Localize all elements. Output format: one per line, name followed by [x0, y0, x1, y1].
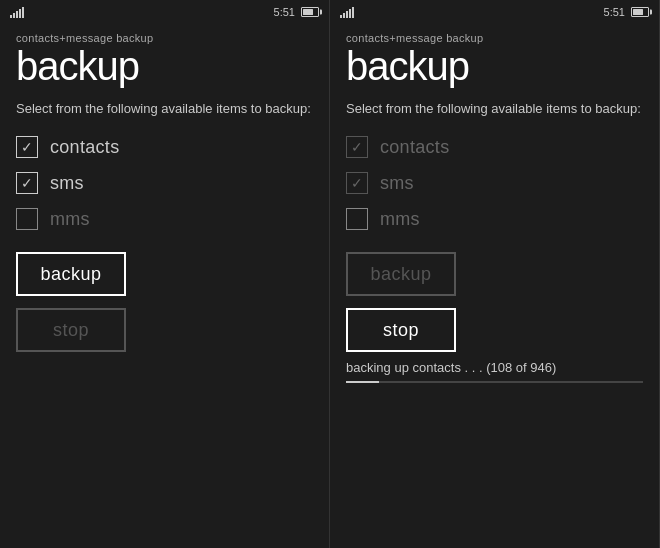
backup-button-1[interactable]: backup [16, 252, 126, 296]
checkbox-item-contacts-1[interactable]: ✓ contacts [16, 136, 313, 158]
signal-icon-1 [10, 6, 24, 18]
progress-bar-fill-2 [346, 381, 379, 383]
status-right-1: 5:51 [274, 6, 319, 18]
checkbox-label-mms-2: mms [380, 209, 420, 230]
checkbox-check-sms-2: ✓ [351, 176, 363, 190]
stop-button-1[interactable]: stop [16, 308, 126, 352]
time-1: 5:51 [274, 6, 295, 18]
checkbox-item-contacts-2[interactable]: ✓ contacts [346, 136, 643, 158]
buttons-section-2: backup stop [346, 252, 643, 352]
checkbox-label-mms-1: mms [50, 209, 90, 230]
checkbox-mms-1[interactable] [16, 208, 38, 230]
progress-bar-container-2 [346, 381, 643, 383]
checkbox-label-contacts-1: contacts [50, 137, 119, 158]
battery-fill-1 [303, 9, 313, 15]
backup-button-2[interactable]: backup [346, 252, 456, 296]
checkbox-label-contacts-2: contacts [380, 137, 449, 158]
checkbox-check-sms-1: ✓ [21, 176, 33, 190]
content-1: contacts+message backup backup Select fr… [0, 24, 329, 548]
battery-icon-2 [631, 7, 649, 17]
status-bar-2: 5:51 [330, 0, 659, 24]
app-subtitle-2: contacts+message backup [346, 32, 643, 44]
status-bar-1: 5:51 [0, 0, 329, 24]
description-1: Select from the following available item… [16, 100, 313, 118]
checkbox-label-sms-1: sms [50, 173, 84, 194]
screen-1: 5:51 contacts+message backup backup Sele… [0, 0, 330, 548]
checkbox-contacts-1[interactable]: ✓ [16, 136, 38, 158]
checkbox-sms-2[interactable]: ✓ [346, 172, 368, 194]
status-right-2: 5:51 [604, 6, 649, 18]
buttons-section-1: backup stop [16, 252, 313, 352]
content-2: contacts+message backup backup Select fr… [330, 24, 659, 548]
checkbox-sms-1[interactable]: ✓ [16, 172, 38, 194]
checkbox-item-mms-1[interactable]: mms [16, 208, 313, 230]
stop-button-2[interactable]: stop [346, 308, 456, 352]
checkbox-check-contacts-2: ✓ [351, 140, 363, 154]
checkbox-item-mms-2[interactable]: mms [346, 208, 643, 230]
screen-2: 5:51 contacts+message backup backup Sele… [330, 0, 660, 548]
status-left-2 [340, 6, 354, 18]
checkbox-check-contacts-1: ✓ [21, 140, 33, 154]
app-title-1: backup [16, 46, 313, 86]
battery-icon-1 [301, 7, 319, 17]
progress-text-2: backing up contacts . . . (108 of 946) [346, 360, 643, 375]
time-2: 5:51 [604, 6, 625, 18]
checkbox-item-sms-2[interactable]: ✓ sms [346, 172, 643, 194]
checkbox-label-sms-2: sms [380, 173, 414, 194]
checkbox-contacts-2[interactable]: ✓ [346, 136, 368, 158]
app-title-2: backup [346, 46, 643, 86]
status-left-1 [10, 6, 24, 18]
checkbox-mms-2[interactable] [346, 208, 368, 230]
signal-icon-2 [340, 6, 354, 18]
battery-fill-2 [633, 9, 643, 15]
checkbox-item-sms-1[interactable]: ✓ sms [16, 172, 313, 194]
description-2: Select from the following available item… [346, 100, 643, 118]
app-subtitle-1: contacts+message backup [16, 32, 313, 44]
